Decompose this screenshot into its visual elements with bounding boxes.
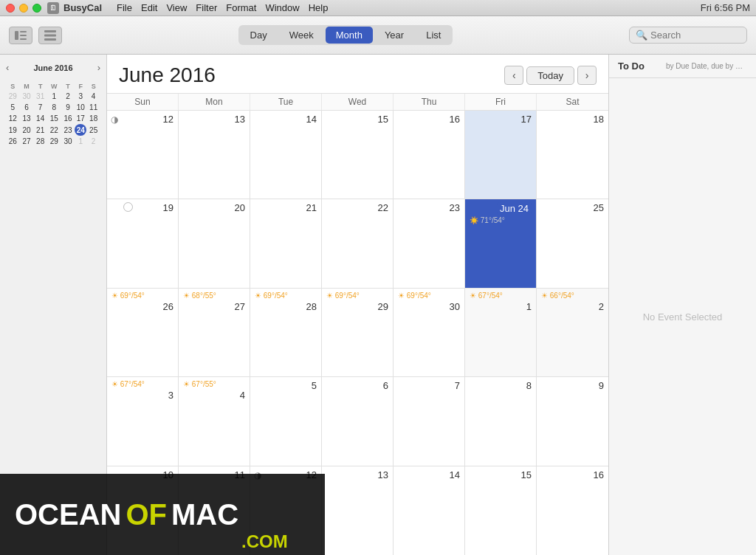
calendar-day[interactable]: 7 [394, 377, 465, 465]
mini-cal-day[interactable]: 5 [6, 102, 20, 113]
calendar-day[interactable]: Jun 24☀️ 71°/54° [465, 199, 537, 287]
menu-format[interactable]: Format [226, 2, 256, 13]
calendar-day[interactable]: 18 [537, 111, 608, 199]
calendar-day[interactable]: 15 [465, 466, 537, 555]
calendar-day[interactable]: 16 [537, 466, 608, 555]
calendar-day[interactable]: ☀ 66°/54°2 [537, 289, 608, 376]
calendar-day[interactable]: 13 [322, 466, 394, 555]
calendar-day[interactable]: 21 [250, 199, 322, 287]
calendar-day[interactable]: ☀ 69°/54°29 [322, 289, 394, 376]
mini-cal-day[interactable]: 16 [61, 113, 75, 124]
mini-cal-day[interactable]: 18 [86, 113, 100, 124]
calendar-day[interactable]: 17 [465, 111, 537, 199]
mini-cal-day[interactable]: 15 [47, 113, 61, 124]
calendar-day[interactable]: ☀ 67°/54°3 [107, 377, 179, 465]
menu-view[interactable]: View [166, 2, 187, 13]
calendar-day[interactable]: ☀ 68°/55°27 [179, 289, 250, 376]
menu-edit[interactable]: Edit [141, 2, 157, 13]
mini-cal-day[interactable]: 17 [75, 113, 86, 124]
calendar-day[interactable]: 6 [322, 377, 394, 465]
calendar-day[interactable]: ☀ 69°/54°30 [394, 289, 465, 376]
mini-cal-day[interactable]: 13 [20, 113, 34, 124]
mini-cal-day[interactable]: 22 [47, 124, 61, 136]
mini-cal-day[interactable]: 31 [33, 91, 47, 102]
calendar-day[interactable]: 14 [250, 111, 322, 199]
todo-sort[interactable]: by Due Date, due by Next Mo... [666, 62, 747, 70]
day-number: Jun 24 [497, 202, 532, 215]
mini-cal-day[interactable]: 20 [20, 124, 34, 136]
calendar-day[interactable]: 16 [394, 111, 465, 199]
calendar-day[interactable]: ☀ 69°/54°26 [107, 289, 179, 376]
mini-cal-day[interactable]: 28 [33, 136, 47, 147]
mini-cal-day[interactable]: 19 [6, 124, 20, 136]
mini-cal-day[interactable]: 30 [20, 91, 34, 102]
mini-cal-day[interactable]: 10 [75, 102, 86, 113]
calendar-day[interactable]: 20 [179, 199, 250, 287]
mini-cal-day[interactable]: 2 [86, 136, 100, 147]
calendar-day[interactable]: ◑12 [107, 111, 179, 199]
cal-prev-button[interactable]: ‹ [504, 66, 523, 85]
calendar-day[interactable]: 25 [537, 199, 608, 287]
mini-cal-day[interactable]: 25 [86, 124, 100, 136]
mini-cal-day[interactable]: 4 [86, 91, 100, 102]
calendar-day[interactable]: 9 [537, 377, 608, 465]
calendar-day[interactable]: 14 [394, 466, 465, 555]
cal-next-button[interactable]: › [577, 66, 597, 85]
calendar-day[interactable]: 13 [179, 111, 250, 199]
mini-cal-day[interactable]: 24 [75, 124, 86, 136]
mini-cal-day[interactable]: 29 [47, 136, 61, 147]
mini-cal-day[interactable]: 7 [33, 102, 47, 113]
day-number: 23 [398, 202, 460, 213]
mini-cal-next[interactable]: › [97, 62, 100, 73]
minimize-button[interactable] [19, 4, 28, 13]
mini-cal-prev[interactable]: ‹ [6, 62, 9, 73]
today-button[interactable]: Today [526, 66, 574, 85]
mini-cal-day[interactable]: 23 [61, 124, 75, 136]
search-box[interactable]: 🔍 [629, 27, 747, 44]
calendar-day[interactable]: 23 [394, 199, 465, 287]
mini-cal-day[interactable]: 9 [61, 102, 75, 113]
mini-cal-day[interactable]: 29 [6, 91, 20, 102]
weather-info: ☀ 69°/54° [111, 292, 173, 300]
tab-year[interactable]: Year [374, 27, 414, 44]
close-button[interactable] [6, 4, 15, 13]
calendar-day[interactable]: 5 [250, 377, 322, 465]
mini-cal-day[interactable]: 12 [6, 113, 20, 124]
mini-cal-day[interactable]: 30 [61, 136, 75, 147]
day-header: Wed [322, 94, 394, 110]
calendar-day[interactable]: ☀ 67°/54°1 [465, 289, 537, 376]
tab-day[interactable]: Day [240, 27, 278, 44]
calendar-day[interactable]: 19 [107, 199, 179, 287]
menu-window[interactable]: Window [265, 2, 299, 13]
todo-header: To Do by Due Date, due by Next Mo... [609, 55, 756, 78]
mini-cal-day[interactable]: 14 [33, 113, 47, 124]
mini-cal-day[interactable]: 1 [75, 136, 86, 147]
view-tabs[interactable]: Day Week Month Year List [238, 25, 453, 45]
mini-cal-day[interactable]: 2 [61, 91, 75, 102]
list-view-button[interactable] [38, 27, 62, 44]
mini-cal-day[interactable]: 11 [86, 102, 100, 113]
calendar-day[interactable]: 8 [465, 377, 537, 465]
calendar-day[interactable]: ☀ 69°/54°28 [250, 289, 322, 376]
mini-cal-day[interactable]: 8 [47, 102, 61, 113]
mini-cal-day[interactable]: 26 [6, 136, 20, 147]
sidebar-toggle-button[interactable] [9, 27, 32, 44]
menu-file[interactable]: File [117, 2, 132, 13]
menu-help[interactable]: Help [309, 2, 329, 13]
tab-list[interactable]: List [416, 27, 451, 44]
mini-cal-day[interactable]: 1 [47, 91, 61, 102]
search-input[interactable] [650, 30, 739, 41]
calendar-day[interactable]: ☀ 67°/55°4 [179, 377, 250, 465]
mini-cal-day[interactable]: 27 [20, 136, 34, 147]
mini-cal-day[interactable]: 3 [75, 91, 86, 102]
mini-cal-day[interactable]: 6 [20, 102, 34, 113]
mini-cal-day[interactable]: 21 [33, 124, 47, 136]
calendar-day[interactable]: 22 [322, 199, 394, 287]
traffic-lights[interactable] [6, 4, 41, 13]
menu-filter[interactable]: Filter [196, 2, 217, 13]
maximize-button[interactable] [32, 4, 41, 13]
tab-week[interactable]: Week [279, 27, 324, 44]
calendar-day[interactable]: 15 [322, 111, 394, 199]
menu-bar[interactable]: File Edit View Filter Format Window Help [117, 2, 328, 13]
tab-month[interactable]: Month [326, 27, 373, 44]
